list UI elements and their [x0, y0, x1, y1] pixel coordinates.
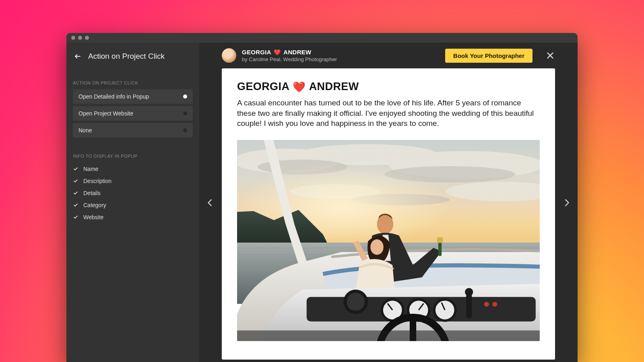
svg-rect-40: [237, 330, 540, 341]
project-meta: GEORGIA ❤️ ANDREW by Caroline Peal, Wedd…: [242, 49, 440, 62]
check-category[interactable]: Category: [73, 201, 193, 209]
check-icon: [73, 202, 78, 208]
app-window: Action on Project Click ACTION ON PROJEC…: [66, 33, 578, 362]
radio-open-website[interactable]: Open Project Website: [73, 106, 193, 121]
section-label-action: ACTION ON PROJECT CLICK: [66, 68, 199, 89]
content-description: A casual encounter has turned out to be …: [237, 98, 540, 129]
heart-icon: ❤️: [274, 49, 281, 56]
radio-indicator-icon: [183, 111, 187, 115]
window-control-close[interactable]: [71, 36, 75, 40]
check-icon: [73, 214, 78, 220]
svg-rect-19: [438, 241, 442, 256]
svg-point-21: [370, 239, 384, 255]
app-body: Action on Project Click ACTION ON PROJEC…: [66, 43, 578, 362]
check-website[interactable]: Website: [73, 213, 193, 221]
radio-group-action: Open Detailed info in Popup Open Project…: [66, 89, 199, 138]
check-name[interactable]: Name: [73, 165, 193, 173]
check-icon: [73, 190, 78, 196]
prev-project-button[interactable]: [203, 194, 217, 212]
check-label: Description: [83, 178, 111, 184]
svg-rect-31: [466, 294, 472, 318]
project-header: GEORGIA ❤️ ANDREW by Caroline Peal, Wedd…: [199, 43, 578, 68]
window-control-min[interactable]: [78, 36, 82, 40]
back-button[interactable]: [73, 51, 83, 61]
check-label: Details: [83, 190, 101, 196]
sidebar-header: Action on Project Click: [66, 43, 199, 68]
author-avatar[interactable]: [222, 48, 236, 63]
check-group-info: Name Description Details Category Websit…: [66, 162, 199, 224]
section-label-info: INFO TO DISPLAY IN POPUP: [66, 138, 199, 162]
settings-sidebar: Action on Project Click ACTION ON PROJEC…: [66, 43, 199, 362]
svg-point-34: [492, 302, 497, 306]
content-title-a: GEORGIA: [237, 80, 289, 93]
window-control-max[interactable]: [85, 36, 89, 40]
check-details[interactable]: Details: [73, 189, 193, 197]
check-label: Category: [83, 202, 106, 208]
project-title-b: ANDREW: [283, 49, 311, 56]
project-content-card: GEORGIA ❤️ ANDREW A casual encounter has…: [222, 68, 555, 360]
close-button[interactable]: [545, 51, 555, 60]
heart-icon: ❤️: [293, 81, 305, 93]
sidebar-title: Action on Project Click: [88, 52, 165, 61]
project-byline: by Caroline Peal, Wedding Photographer: [242, 56, 440, 62]
arrow-left-icon: [74, 53, 81, 60]
project-hero-image: [237, 140, 540, 341]
book-photographer-button[interactable]: Book Your Photographer: [445, 49, 533, 63]
project-preview: GEORGIA ❤️ ANDREW by Caroline Peal, Wedd…: [199, 43, 578, 362]
check-label: Name: [83, 166, 98, 172]
chevron-right-icon: [562, 197, 571, 209]
boat-sunset-photo: [237, 140, 540, 341]
radio-indicator-icon: [183, 95, 187, 99]
check-description[interactable]: Description: [73, 177, 193, 185]
close-icon: [546, 51, 555, 60]
content-title-b: ANDREW: [309, 80, 359, 93]
project-title: GEORGIA ❤️ ANDREW: [242, 49, 440, 56]
check-label: Website: [83, 214, 103, 220]
chevron-left-icon: [206, 197, 215, 209]
radio-label: Open Project Website: [78, 110, 133, 117]
svg-point-32: [465, 288, 473, 296]
next-project-button[interactable]: [560, 194, 574, 212]
svg-point-33: [484, 302, 489, 306]
radio-open-popup[interactable]: Open Detailed info in Popup: [73, 89, 193, 104]
radio-none[interactable]: None: [73, 123, 193, 138]
window-titlebar: [66, 33, 578, 43]
radio-label: Open Detailed info in Popup: [78, 93, 149, 100]
content-title: GEORGIA ❤️ ANDREW: [237, 80, 540, 93]
bride-figure: [353, 236, 395, 295]
check-icon: [73, 166, 78, 172]
check-icon: [73, 178, 78, 184]
radio-label: None: [78, 127, 92, 134]
project-title-a: GEORGIA: [242, 49, 271, 56]
radio-indicator-icon: [183, 128, 187, 132]
svg-point-24: [347, 293, 365, 311]
svg-rect-20: [437, 237, 443, 243]
